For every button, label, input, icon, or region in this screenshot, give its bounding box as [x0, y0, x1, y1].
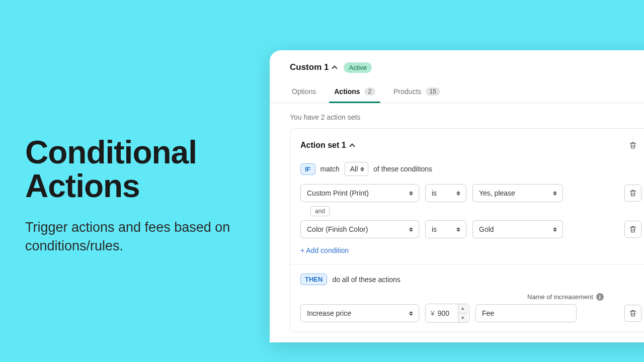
- sort-icon: [552, 190, 557, 197]
- chevron-up-icon: [332, 65, 338, 71]
- delete-action-set-button[interactable]: [624, 137, 641, 154]
- match-text: match: [320, 165, 340, 173]
- action-sets-summary: You have 2 action sets: [270, 103, 644, 128]
- if-header: IF match All of these conditions: [300, 162, 641, 176]
- amount-input[interactable]: ¥ ▲ ▼: [425, 304, 469, 323]
- trash-icon: [629, 189, 637, 197]
- products-count-badge: 15: [426, 87, 440, 96]
- fee-name-input[interactable]: [475, 304, 577, 322]
- field-labels-row: Name of increasement i: [300, 293, 641, 301]
- tab-products[interactable]: Products 15: [391, 83, 442, 103]
- more-menu-button[interactable]: [640, 61, 644, 73]
- actions-count-badge: 2: [364, 87, 376, 96]
- match-scope-select[interactable]: All: [345, 162, 369, 176]
- and-connector: and: [310, 206, 641, 216]
- step-up-button[interactable]: ▲: [458, 304, 467, 313]
- sort-icon: [456, 226, 461, 233]
- config-panel: Custom 1 Active Options Actions 2 Produc…: [270, 50, 644, 342]
- condition-operator-select[interactable]: is: [425, 220, 466, 238]
- condition-field-select[interactable]: Color (Finish Color): [300, 220, 419, 238]
- action-set-header: Action set 1: [290, 129, 644, 162]
- then-header: THEN do all of these actions: [300, 274, 641, 285]
- action-row: Increase price ¥ ▲ ▼: [300, 304, 641, 323]
- delete-action-button[interactable]: [624, 305, 641, 322]
- sort-icon: [456, 190, 461, 197]
- add-condition-button[interactable]: + Add condition: [300, 246, 349, 254]
- currency-symbol: ¥: [426, 309, 438, 317]
- then-pill: THEN: [300, 274, 327, 285]
- sort-icon: [360, 165, 365, 172]
- sort-icon: [409, 310, 414, 317]
- tab-options[interactable]: Options: [290, 83, 318, 103]
- chevron-up-icon: [349, 143, 355, 149]
- condition-row: Color (Finish Color) is Gold: [300, 220, 641, 238]
- condition-operator-select[interactable]: is: [425, 184, 466, 202]
- hero-title: Conditional Actions: [25, 136, 262, 203]
- name-of-increasement-label: Name of increasement i: [527, 293, 615, 301]
- tabs: Options Actions 2 Products 15: [270, 78, 644, 103]
- conditions-suffix-text: of these conditions: [373, 165, 432, 173]
- trash-icon: [629, 309, 637, 317]
- hero-subtitle: Trigger actions and fees based on condit…: [25, 218, 262, 255]
- step-down-button[interactable]: ▼: [458, 313, 467, 322]
- rule-title[interactable]: Custom 1: [290, 62, 337, 72]
- sort-icon: [409, 190, 414, 197]
- then-suffix-text: do all of these actions: [332, 276, 400, 284]
- delete-condition-button[interactable]: [624, 221, 641, 238]
- if-block: IF match All of these conditions Custom …: [290, 162, 644, 264]
- sort-icon: [409, 226, 414, 233]
- action-type-select[interactable]: Increase price: [300, 304, 419, 322]
- and-label: and: [310, 206, 330, 216]
- condition-row: Custom Print (Print) is Yes, please: [300, 184, 641, 202]
- sort-icon: [552, 226, 557, 233]
- then-block: THEN do all of these actions Name of inc…: [290, 264, 644, 332]
- condition-value-select[interactable]: Gold: [472, 220, 563, 238]
- info-icon[interactable]: i: [596, 293, 604, 301]
- hero-section: Conditional Actions Trigger actions and …: [25, 136, 262, 255]
- condition-value-select[interactable]: Yes, please: [472, 184, 563, 202]
- trash-icon: [629, 225, 637, 233]
- amount-stepper: ▲ ▼: [458, 304, 467, 322]
- tab-actions[interactable]: Actions 2: [332, 83, 377, 103]
- panel-header: Custom 1 Active: [270, 50, 644, 78]
- status-badge: Active: [344, 62, 371, 73]
- condition-field-select[interactable]: Custom Print (Print): [300, 184, 419, 202]
- action-set-card: Action set 1 IF match All of these condi…: [290, 128, 644, 332]
- delete-condition-button[interactable]: [624, 185, 641, 202]
- action-set-title[interactable]: Action set 1: [300, 141, 354, 150]
- amount-value-input[interactable]: [438, 309, 458, 317]
- trash-icon: [629, 141, 637, 149]
- if-pill: IF: [300, 163, 315, 175]
